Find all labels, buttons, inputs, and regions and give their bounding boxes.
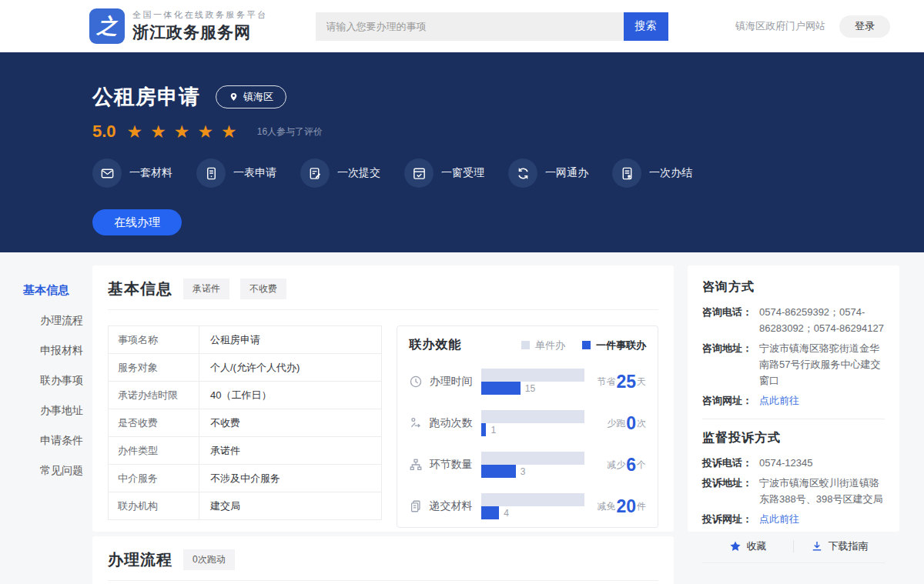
nav-item-basic-info[interactable]: 基本信息 (23, 283, 92, 298)
table-row: 事项名称 公租房申请 (108, 326, 382, 354)
chart-row-time: 办理时间 15 节省25天 (409, 369, 646, 395)
feature-list: 一套材料 一表申请 一次提交 (92, 159, 924, 188)
online-apply-button[interactable]: 在线办理 (92, 209, 182, 235)
nav-item-conditions[interactable]: 申请条件 (23, 434, 92, 448)
bar-single (481, 410, 584, 423)
hero-banner: 公租房申请 镇海区 5.0 ★★★★★ 16人参与了评价 一套材料 (0, 52, 924, 252)
badge-free: 不收费 (240, 279, 286, 299)
feature-item: 一网通办 (508, 159, 588, 188)
rating-count: 16人参与了评价 (257, 125, 323, 138)
site-name: 浙江政务服务网 (132, 22, 268, 43)
run-icon (409, 416, 423, 430)
table-row: 承诺办结时限 40（工作日） (108, 382, 382, 409)
anchor-nav: 基本信息 办理流程 申报材料 联办事项 办事地址 申请条件 常见问题 (23, 283, 92, 494)
bar-joint (481, 423, 486, 436)
joint-efficiency-panel: 联办效能 单件办 一件事联办 办理时间 (397, 325, 658, 528)
clock-icon (409, 375, 423, 389)
envelope-icon (92, 159, 122, 188)
chart-title: 联办效能 (409, 337, 461, 353)
table-row: 是否收费 不收费 (108, 409, 382, 437)
district-badge-label: 镇海区 (243, 90, 273, 104)
saving-stat: 节省25天 (597, 373, 646, 391)
feature-item: 一次办结 (612, 159, 692, 188)
nodes-icon (409, 458, 423, 472)
process-card: 办理流程 0次跑动 (92, 536, 674, 584)
site-logo[interactable]: 之 全国一体化在线政务服务平台 浙江政务服务网 (89, 8, 268, 44)
bar-single (481, 452, 584, 465)
badge-promise-item: 承诺件 (183, 279, 229, 299)
table-row: 联办机构 建交局 (108, 492, 382, 520)
complaint-go-link[interactable]: 点此前往 (759, 511, 885, 527)
location-pin-icon (229, 92, 239, 103)
table-row: 中介服务 不涉及中介服务 (108, 465, 382, 492)
basic-info-table: 事项名称 公租房申请 服务对象 个人/(允许个人代办) 承诺办结时限 40（工作… (108, 325, 382, 528)
download-guide-button[interactable]: 下载指南 (794, 539, 885, 553)
nav-item-materials[interactable]: 申报材料 (23, 344, 92, 358)
feature-item: 一窗受理 (404, 159, 484, 188)
saving-stat: 减免20件 (597, 498, 646, 516)
consult-address-row: 咨询地址： 宁波市镇海区骆驼街道金华南路57号行政服务中心建交窗口 (702, 340, 885, 389)
file-seal-icon (612, 159, 641, 188)
saving-stat: 少跑0次 (607, 415, 646, 432)
download-icon (811, 540, 823, 552)
section-title-basic-info: 基本信息 (108, 279, 172, 299)
page-content: 基本信息 办理流程 申报材料 联办事项 办事地址 申请条件 常见问题 基本信息 … (0, 252, 924, 584)
chart-row-trips: 跑动次数 1 少跑0次 (409, 410, 646, 436)
table-row: 服务对象 个人/(允许个人代办) (108, 354, 382, 382)
chart-row-steps: 环节数量 3 减少6个 (409, 452, 646, 478)
rating-stars: ★★★★★ (127, 123, 245, 141)
complaint-phone-row: 投诉电话： 0574-12345 (702, 455, 885, 471)
consult-go-link[interactable]: 点此前往 (759, 392, 885, 409)
favorite-star-icon (729, 540, 742, 552)
search-button[interactable]: 搜索 (624, 12, 668, 41)
feature-item: 一套材料 (92, 159, 172, 188)
table-row: 办件类型 承诺件 (108, 437, 382, 465)
page-title: 公租房申请 (92, 83, 200, 111)
submit-edit-icon (300, 159, 330, 188)
consult-title: 咨询方式 (702, 279, 885, 295)
form-icon (196, 159, 226, 188)
consult-website-row: 咨询网址： 点此前往 (702, 392, 885, 409)
legend-joint-swatch (582, 341, 591, 349)
top-header: 之 全国一体化在线政务服务平台 浙江政务服务网 搜索 镇海区政府门户网站 登录 (0, 0, 924, 52)
chart-legend: 单件办 一件事联办 (521, 339, 646, 352)
bar-single (481, 369, 584, 382)
site-tagline: 全国一体化在线政务服务平台 (132, 9, 268, 21)
feature-item: 一次提交 (300, 159, 380, 188)
complaint-title: 监督投诉方式 (702, 430, 885, 446)
section-title-process: 办理流程 (108, 549, 172, 570)
login-button[interactable]: 登录 (839, 15, 890, 38)
nav-item-address[interactable]: 办事地址 (23, 404, 92, 418)
consult-phone-row: 咨询电话： 0574-86259392；0574-86283092；0574-8… (702, 304, 885, 336)
district-badge[interactable]: 镇海区 (216, 85, 286, 108)
contact-card: 咨询方式 咨询电话： 0574-86259392；0574-86283092；0… (688, 265, 899, 532)
saving-stat: 减少6个 (607, 456, 646, 474)
documents-icon (409, 499, 423, 513)
logo-icon: 之 (89, 8, 125, 44)
nav-item-joint-items[interactable]: 联办事项 (23, 374, 92, 388)
basic-info-card: 基本信息 承诺件 不收费 事项名称 公租房申请 服务对象 个人/(允许个人代办)… (92, 265, 674, 532)
complaint-website-row: 投诉网址： 点此前往 (702, 511, 885, 527)
portal-link[interactable]: 镇海区政府门户网站 (735, 19, 825, 33)
legend-single-swatch (521, 341, 530, 349)
rating-score: 5.0 (92, 122, 116, 142)
nav-item-faq[interactable]: 常见问题 (23, 464, 92, 478)
feature-item: 一表申请 (196, 159, 276, 188)
favorite-button[interactable]: 收藏 (702, 539, 793, 553)
network-sync-icon (508, 159, 537, 188)
bar-joint (481, 382, 520, 395)
bar-joint (481, 465, 515, 478)
chart-row-materials: 递交材料 4 减免20件 (409, 493, 646, 519)
search-input[interactable] (316, 12, 624, 41)
bar-single (481, 493, 584, 506)
badge-zero-trips: 0次跑动 (183, 549, 235, 570)
complaint-address-row: 投诉地址： 宁波市镇海区蛟川街道镇骆东路388号、398号区建交局 (702, 475, 885, 507)
window-check-icon (404, 159, 434, 188)
bar-joint (481, 506, 499, 519)
nav-item-process[interactable]: 办理流程 (23, 314, 92, 328)
search-bar: 搜索 (316, 12, 668, 41)
